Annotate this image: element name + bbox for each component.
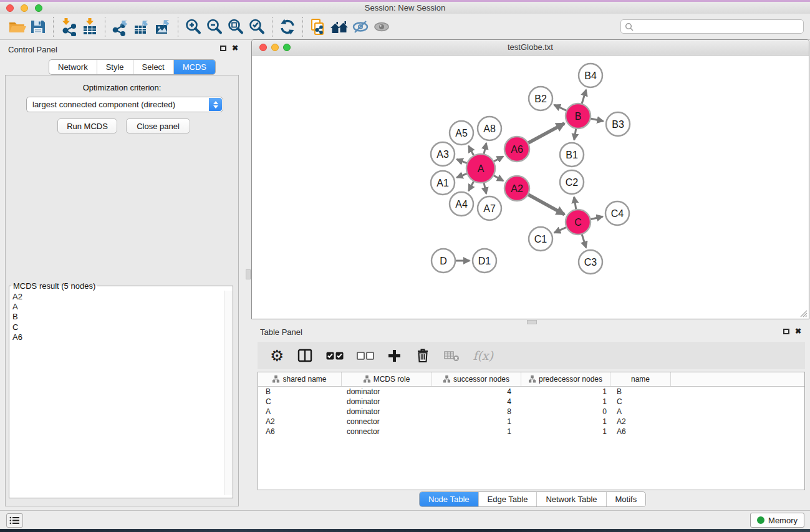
column-header-successor-nodes[interactable]: successor nodes: [432, 372, 521, 386]
graph-node-B3[interactable]: B3: [606, 112, 630, 136]
table-settings-button[interactable]: ⚙: [270, 348, 284, 364]
network-canvas[interactable]: AA6A2BCA1A3A4A5A7A8B1B2B3B4C1C2C3C4DD1: [252, 56, 809, 319]
import-network-button[interactable]: [58, 15, 79, 39]
mcds-result-item[interactable]: B: [12, 312, 224, 322]
graph-node-A7[interactable]: A7: [478, 196, 501, 220]
svg-text:A7: A7: [483, 203, 496, 214]
graph-node-A6[interactable]: A6: [504, 137, 529, 162]
table-cell: B: [610, 387, 671, 396]
graph-node-A5[interactable]: A5: [450, 121, 473, 145]
graph-node-B4[interactable]: B4: [579, 64, 602, 87]
graph-node-D1[interactable]: D1: [473, 249, 496, 273]
close-panel-icon[interactable]: ✖: [795, 327, 801, 335]
add-column-button[interactable]: [387, 349, 402, 363]
table-row[interactable]: Bdominator41B: [258, 387, 804, 397]
optimization-criterion-select[interactable]: largest connected component (directed): [26, 97, 223, 112]
mcds-result-item[interactable]: A2: [12, 292, 224, 302]
table-row[interactable]: Cdominator41C: [258, 397, 804, 407]
close-panel-icon[interactable]: ✖: [232, 44, 238, 52]
node-table: shared nameMCDS rolesuccessor nodesprede…: [258, 372, 805, 490]
graph-node-C4[interactable]: C4: [605, 201, 629, 225]
graph-node-A2[interactable]: A2: [504, 176, 529, 201]
horizontal-split-handle[interactable]: [527, 320, 537, 324]
run-mcds-button[interactable]: Run MCDS: [57, 118, 117, 133]
save-session-button[interactable]: [27, 15, 49, 39]
duplicate-network-button[interactable]: [307, 15, 329, 39]
graph-node-B[interactable]: B: [566, 104, 591, 128]
select-stepper-icon: [209, 98, 222, 111]
status-bar: Memory: [0, 510, 810, 529]
result-scrollbar[interactable]: [224, 291, 233, 495]
split-view-icon: [297, 347, 313, 364]
column-header-predecessor-nodes[interactable]: predecessor nodes: [521, 372, 610, 386]
search-icon: [625, 22, 634, 31]
table-cell: 4: [432, 397, 521, 406]
select-all-button[interactable]: [326, 352, 344, 360]
tab-node-table[interactable]: Node Table: [420, 492, 479, 506]
tab-network[interactable]: Network: [49, 60, 97, 74]
tab-style[interactable]: Style: [97, 60, 133, 74]
tab-mcds[interactable]: MCDS: [174, 60, 215, 74]
toolbar-separator: [272, 17, 272, 37]
graph-node-A[interactable]: A: [466, 154, 495, 183]
column-header-shared-name[interactable]: shared name: [258, 372, 342, 386]
vertical-split-handle[interactable]: [246, 269, 251, 279]
tab-select[interactable]: Select: [133, 60, 174, 74]
svg-text:D1: D1: [478, 256, 491, 266]
export-network-button[interactable]: [110, 15, 131, 39]
table-cell: 0: [521, 407, 610, 416]
column-header-mcds-role[interactable]: MCDS role: [342, 372, 432, 386]
search-input[interactable]: [636, 21, 803, 32]
graph-node-A4[interactable]: A4: [450, 192, 473, 216]
deselect-all-button[interactable]: [357, 352, 374, 360]
split-view-button[interactable]: [297, 347, 313, 364]
tab-edge-table[interactable]: Edge Table: [479, 492, 538, 506]
column-header-name[interactable]: name: [610, 372, 671, 386]
tab-network-table[interactable]: Network Table: [537, 492, 606, 506]
graph-node-B1[interactable]: B1: [560, 143, 584, 167]
mcds-result-item[interactable]: A6: [12, 332, 224, 342]
resize-grip-icon[interactable]: [799, 309, 808, 317]
home-button[interactable]: [329, 15, 350, 39]
graph-node-D[interactable]: D: [432, 249, 455, 273]
task-history-button[interactable]: [6, 513, 23, 528]
refresh-button[interactable]: [277, 15, 298, 39]
table-cell: dominator: [342, 397, 432, 406]
tab-motifs[interactable]: Motifs: [607, 492, 646, 506]
network-view-window: testGlobe.txt AA6A2BCA1A3A4A5A7A8B1B2B3B…: [251, 39, 809, 319]
export-image-button[interactable]: [152, 15, 173, 39]
graph-node-B2[interactable]: B2: [529, 87, 552, 110]
graph-node-A8[interactable]: A8: [478, 117, 501, 140]
eye-off-button[interactable]: [350, 15, 371, 39]
mcds-result-item[interactable]: A: [12, 302, 224, 312]
export-table-button[interactable]: [131, 15, 152, 39]
table-row[interactable]: A2connector11A2: [258, 417, 804, 427]
graph-node-A1[interactable]: A1: [431, 171, 455, 195]
graph-node-C[interactable]: C: [566, 210, 591, 235]
zoom-out-button[interactable]: [204, 15, 225, 39]
graph-node-A3[interactable]: A3: [431, 142, 455, 166]
table-cell: A2: [610, 417, 671, 426]
mcds-result-item[interactable]: C: [12, 322, 224, 332]
zoom-in-button[interactable]: [183, 15, 204, 39]
table-panel-tabs: Node TableEdge TableNetwork TableMotifs: [419, 491, 646, 507]
float-panel-icon[interactable]: [783, 329, 789, 334]
graph-node-C3[interactable]: C3: [579, 250, 602, 274]
network-window-title: testGlobe.txt: [252, 40, 809, 55]
delete-column-button[interactable]: [415, 347, 431, 364]
graph-node-C2[interactable]: C2: [560, 170, 584, 194]
table-row[interactable]: Adominator80A: [258, 407, 804, 417]
table-row[interactable]: A6connector11A6: [258, 427, 804, 437]
import-table-button[interactable]: [79, 15, 100, 39]
open-file-button[interactable]: [6, 15, 27, 39]
memory-button[interactable]: Memory: [750, 513, 804, 528]
table-panel: Table Panel ✖ ⚙: [251, 324, 810, 510]
zoom-fit-button[interactable]: [225, 15, 246, 39]
table-body: Bdominator41BCdominator41CAdominator80AA…: [258, 387, 804, 437]
eye-button[interactable]: [371, 15, 392, 39]
close-panel-button[interactable]: Close panel: [126, 118, 190, 133]
graph-node-C1[interactable]: C1: [529, 227, 552, 251]
float-panel-icon[interactable]: [220, 46, 226, 51]
zoom-selected-button[interactable]: [246, 15, 268, 39]
table-cell: dominator: [342, 407, 432, 416]
